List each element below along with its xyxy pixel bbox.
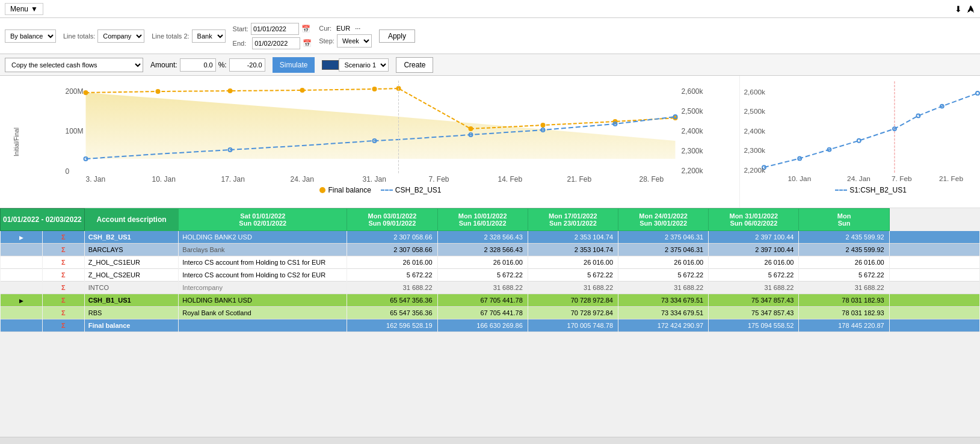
legend-csh-b2-us1-line	[381, 190, 393, 191]
row-value: 2 307 058.66	[347, 231, 437, 244]
row-value: 178 445 220.87	[799, 319, 889, 332]
end-input[interactable]	[252, 37, 300, 49]
table-header-col4: Mon 24/01/2022Sun 30/01/2022	[618, 209, 709, 231]
svg-text:3. Jan: 3. Jan	[86, 175, 106, 183]
svg-point-5	[372, 87, 377, 91]
svg-text:7. Feb: 7. Feb	[429, 175, 449, 183]
scenario-color-swatch	[322, 60, 339, 70]
download-button[interactable]: ⬇	[955, 4, 962, 14]
table-header-col2: Mon 10/01/2022Sun 16/01/2022	[437, 209, 528, 231]
amount-group: Amount: %:	[150, 58, 265, 72]
row-value: 5 672.22	[347, 269, 437, 282]
row-value: 31 688.22	[528, 282, 618, 294]
horizontal-scrollbar[interactable]	[0, 437, 980, 444]
line-totals-group: Line totals: Company	[63, 29, 144, 43]
cur-group: Cur: EUR ···	[319, 25, 372, 32]
table-wrapper[interactable]: 01/01/2022 - 02/03/2022 Account descript…	[0, 208, 980, 437]
row-expand-icon	[1, 307, 43, 319]
row-value: 162 596 528.19	[347, 319, 437, 332]
filter-bar: By balance Line totals: Company Line tot…	[0, 18, 980, 54]
svg-text:31. Jan: 31. Jan	[363, 175, 386, 183]
right-chart-legend: S1:CSH_B2_US1	[764, 185, 978, 197]
row-value	[889, 282, 979, 294]
row-expand-icon[interactable]: ▶	[1, 294, 43, 307]
row-value: 2 397 100.44	[709, 231, 799, 244]
svg-text:21. Feb: 21. Feb	[567, 175, 592, 183]
pct-input[interactable]	[229, 58, 265, 72]
step-label: Step:	[319, 37, 334, 45]
row-value: 26 016.00	[618, 256, 709, 269]
copy-select[interactable]: Copy the selected cash flows	[5, 58, 143, 72]
menu-label: Menu	[10, 5, 28, 13]
end-group: End: 📅	[233, 37, 312, 49]
line-totals2-group: Line totals 2: Bank	[152, 29, 225, 43]
row-value: 26 016.00	[528, 256, 618, 269]
row-desc: HOLDING BANK2 USD	[179, 231, 347, 244]
row-value	[889, 256, 979, 269]
row-desc: Royal Bank of Scotland	[179, 307, 347, 319]
row-value: 31 688.22	[618, 282, 709, 294]
view-select[interactable]: By balance	[5, 29, 56, 43]
row-value: 26 016.00	[709, 256, 799, 269]
row-code: Z_HOL_CS2EUR	[84, 269, 179, 282]
row-value: 78 031 182.93	[799, 294, 889, 307]
step-group: Step: Week	[319, 34, 372, 48]
line-totals-label: Line totals:	[63, 32, 95, 40]
row-value: 5 672.22	[618, 269, 709, 282]
svg-point-1	[84, 90, 88, 95]
collapse-button[interactable]: ⮝	[967, 4, 975, 14]
row-desc: Interco CS account from Holding to CS2 f…	[179, 269, 347, 282]
table-header-col3: Mon 17/01/2022Sun 23/01/2022	[528, 209, 618, 231]
svg-text:14. Feb: 14. Feb	[498, 175, 523, 183]
row-value: 2 328 566.43	[437, 244, 528, 256]
amount-label: Amount:	[150, 61, 177, 69]
row-value: 2 353 104.74	[528, 231, 618, 244]
svg-text:100M: 100M	[66, 127, 84, 135]
svg-point-3	[228, 88, 233, 93]
row-expand-icon[interactable]: ▶	[1, 231, 43, 244]
end-calendar-icon[interactable]: 📅	[303, 39, 312, 48]
row-code: Final balance	[84, 319, 179, 332]
view-filter: By balance	[5, 29, 56, 43]
cur-more-icon[interactable]: ···	[355, 25, 360, 32]
end-label: End:	[233, 40, 247, 47]
row-value: 73 334 679.51	[618, 294, 709, 307]
row-value: 65 547 356.36	[347, 307, 437, 319]
start-calendar-icon[interactable]: 📅	[301, 25, 310, 33]
row-value	[889, 307, 979, 319]
svg-text:10. Jan: 10. Jan	[152, 175, 176, 183]
legend-final-balance-label: Final balance	[328, 186, 371, 194]
line-totals2-label: Line totals 2:	[152, 32, 189, 40]
svg-text:24. Jan: 24. Jan	[847, 174, 871, 183]
row-value: 2 435 599.92	[799, 231, 889, 244]
create-button[interactable]: Create	[396, 57, 433, 73]
svg-text:2,500k: 2,500k	[682, 107, 704, 116]
legend-s1-csh-b2-us1-label: S1:CSH_B2_US1	[849, 186, 907, 194]
step-select[interactable]: Week	[337, 34, 372, 48]
row-value: 26 016.00	[437, 256, 528, 269]
row-value: 67 705 441.78	[437, 294, 528, 307]
row-value: 70 728 972.84	[528, 294, 618, 307]
table-header-date-range: 01/01/2022 - 02/03/2022	[1, 209, 85, 231]
apply-button[interactable]: Apply	[379, 29, 415, 43]
row-expand-icon	[1, 319, 43, 332]
svg-point-40	[857, 139, 861, 143]
simulate-button[interactable]: Simulate	[273, 57, 315, 73]
amount-input[interactable]	[180, 58, 216, 72]
menu-button[interactable]: Menu ▼	[5, 3, 43, 15]
row-expand-icon	[1, 244, 43, 256]
start-input[interactable]	[251, 23, 299, 35]
row-code: CSH_B2_US1	[84, 231, 179, 244]
line-totals2-select[interactable]: Bank	[192, 29, 226, 43]
legend-csh-b2-us1: CSH_B2_US1	[381, 186, 442, 194]
main-chart-svg: 200M 100M 0 2,600k 2,500k 2,400k 2,300k …	[24, 81, 737, 183]
svg-text:28. Feb: 28. Feb	[639, 175, 664, 183]
row-value: 5 672.22	[528, 269, 618, 282]
scenario-select[interactable]: Scenario 1	[339, 58, 389, 72]
row-value: 75 347 857.43	[709, 294, 799, 307]
svg-text:24. Jan: 24. Jan	[291, 175, 314, 183]
row-sigma-icon: Σ	[42, 307, 84, 319]
legend-s1-csh-b2-us1: S1:CSH_B2_US1	[835, 186, 907, 194]
line-totals-select[interactable]: Company	[97, 29, 144, 43]
svg-point-2	[156, 89, 161, 94]
